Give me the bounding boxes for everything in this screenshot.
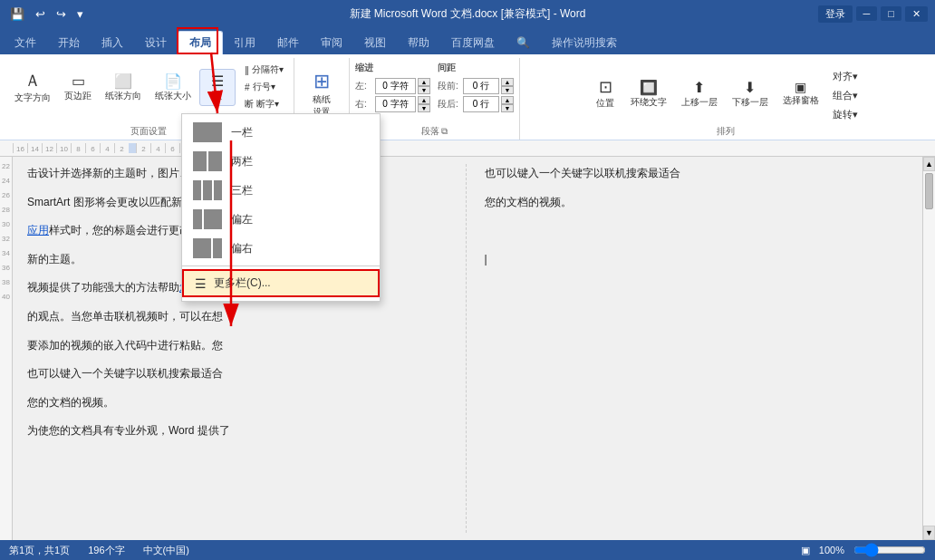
document-title: 新建 Microsoft Word 文档.docx [兼容模式] - Word — [350, 6, 586, 22]
columns-one-icon — [193, 122, 222, 142]
tab-review[interactable]: 审阅 — [310, 31, 353, 54]
title-bar: 💾 ↩ ↪ ▾ 新建 Microsoft Word 文档.docx [兼容模式]… — [0, 0, 935, 27]
tab-references[interactable]: 引用 — [223, 31, 266, 54]
selection-pane-btn[interactable]: ▣ 选择窗格 — [777, 76, 824, 111]
title-bar-left: 💾 ↩ ↪ ▾ — [7, 7, 86, 21]
right-indent-label: 右: — [355, 98, 373, 111]
right-indent-up[interactable]: ▲ — [418, 96, 430, 104]
group-btn[interactable]: 组合▾ — [828, 87, 863, 104]
send-backward-btn[interactable]: ⬇ 下移一层 — [727, 75, 774, 112]
columns-dropdown: 一栏 两栏 三栏 偏左 — [181, 113, 381, 302]
left-ruler: 22 24 26 28 30 32 34 36 38 40 — [0, 157, 13, 540]
maximize-button[interactable]: □ — [881, 6, 901, 21]
status-bar: 第1页，共1页 196个字 中文(中国) ▣ 100% — [0, 540, 935, 560]
scroll-down-btn[interactable]: ▼ — [923, 526, 935, 540]
tab-file[interactable]: 文件 — [4, 31, 47, 54]
text-direction-btn[interactable]: Ａ 文字方向 — [9, 66, 56, 108]
separator-btn[interactable]: ‖分隔符▾ — [240, 62, 288, 78]
columns-two-item[interactable]: 两栏 — [182, 147, 380, 176]
columns-one-item[interactable]: 一栏 — [182, 118, 380, 147]
tab-mailings[interactable]: 邮件 — [266, 31, 310, 54]
columns-three-label: 三栏 — [231, 183, 253, 198]
columns-right-icon — [193, 238, 222, 258]
hyphenation-btn[interactable]: 断断字▾ — [240, 96, 288, 112]
undo-qat-btn[interactable]: ↩ — [33, 7, 48, 21]
right-indent-input[interactable] — [375, 96, 416, 112]
tab-design[interactable]: 设计 — [134, 31, 178, 54]
columns-one-label: 一栏 — [231, 125, 253, 140]
left-indent-up[interactable]: ▲ — [418, 78, 430, 86]
left-indent-down[interactable]: ▼ — [418, 86, 430, 94]
tab-home[interactable]: 开始 — [47, 31, 91, 54]
save-qat-btn[interactable]: 💾 — [7, 7, 27, 21]
indent-controls: 缩进 左: ▲▼ 右: ▲▼ — [355, 62, 430, 112]
doc-area: 22 24 26 28 30 32 34 36 38 40 击设计并选择新的主题… — [0, 157, 935, 540]
tab-baidu[interactable]: 百度网盘 — [440, 31, 506, 54]
scroll-track[interactable] — [923, 171, 935, 526]
search-icon-tab[interactable]: 🔍 — [506, 31, 541, 54]
scroll-thumb[interactable] — [925, 173, 933, 209]
minimize-button[interactable]: ─ — [856, 6, 878, 21]
view-mode-btn[interactable]: ▣ — [801, 545, 810, 556]
columns-left-item[interactable]: 偏左 — [182, 205, 380, 234]
line-numbers-btn[interactable]: #行号▾ — [240, 79, 288, 95]
more-columns-item[interactable]: ☰ 更多栏(C)... — [182, 269, 380, 297]
rotate-btn[interactable]: 旋转▾ — [828, 106, 863, 123]
spacing-after-up[interactable]: ▲ — [501, 96, 514, 104]
qat-more-btn[interactable]: ▾ — [74, 7, 86, 21]
vertical-scrollbar[interactable]: ▲ ▼ — [922, 157, 935, 540]
margins-btn[interactable]: ▭ 页边距 — [59, 69, 97, 106]
page-setup-label: 页面设置 — [130, 125, 167, 140]
columns-three-item[interactable]: 三栏 — [182, 176, 380, 205]
tab-layout[interactable]: 布局 — [178, 31, 223, 54]
more-columns-label: 更多栏(C)... — [214, 275, 271, 291]
right-indent-down[interactable]: ▼ — [418, 104, 430, 112]
ribbon-tabs: 文件 开始 插入 设计 布局 引用 邮件 审阅 视图 帮助 百度网盘 🔍 操作说… — [0, 27, 935, 54]
word-count-status: 196个字 — [88, 544, 124, 557]
align-btn[interactable]: 对齐▾ — [828, 68, 863, 85]
columns-three-icon — [193, 180, 222, 200]
columns-two-icon — [193, 151, 222, 171]
columns-left-label: 偏左 — [231, 212, 253, 227]
login-button[interactable]: 登录 — [818, 5, 853, 23]
spacing-controls: 间距 段前: ▲▼ 段后: ▲▼ — [438, 62, 514, 112]
lang-status: 中文(中国) — [143, 544, 189, 557]
bring-forward-btn[interactable]: ⬆ 上移一层 — [676, 75, 723, 112]
paragraph-label: 段落 ⧉ — [421, 125, 448, 140]
spacing-before-down[interactable]: ▼ — [501, 86, 514, 94]
ruler: 16 14 12 10 8 6 4 2 2 4 6 8 10 12 14 16 … — [0, 140, 935, 157]
paper-size-btn[interactable]: 📄 纸张大小 — [149, 69, 197, 106]
columns-two-label: 两栏 — [231, 154, 253, 169]
tab-view[interactable]: 视图 — [353, 31, 397, 54]
orientation-btn[interactable]: ⬜ 纸张方向 — [100, 69, 147, 106]
spacing-after-input[interactable] — [463, 96, 499, 112]
redo-qat-btn[interactable]: ↪ — [53, 7, 69, 21]
tab-insert[interactable]: 插入 — [91, 31, 134, 54]
left-indent-label: 左: — [355, 80, 373, 92]
tab-help[interactable]: 帮助 — [397, 31, 440, 54]
columns-right-item[interactable]: 偏右 — [182, 234, 380, 263]
arrange-label: 排列 — [717, 125, 735, 140]
columns-right-label: 偏右 — [231, 241, 253, 256]
page-status: 第1页，共1页 — [9, 544, 70, 557]
ribbon: Ａ 文字方向 ▭ 页边距 ⬜ 纸张方向 📄 纸张大小 ☰ 栏 — [0, 54, 935, 140]
zoom-level: 100% — [819, 545, 844, 555]
zoom-slider[interactable] — [853, 545, 926, 555]
scroll-up-btn[interactable]: ▲ — [923, 157, 935, 171]
wrap-text-btn[interactable]: 🔲 环绕文字 — [625, 75, 672, 112]
status-right: ▣ 100% — [801, 545, 926, 556]
tab-search-box[interactable]: 操作说明搜索 — [541, 31, 628, 54]
spacing-before-input[interactable] — [463, 78, 499, 94]
ribbon-group-arrange: ⊡ 位置 🔲 环绕文字 ⬆ 上移一层 ⬇ 下移一层 ▣ 选择窗格 — [520, 58, 931, 140]
position-btn[interactable]: ⊡ 位置 — [590, 73, 622, 113]
left-indent-input[interactable] — [375, 78, 416, 94]
doc-column-2: 也可以键入一个关键字以联机搜索最适合 您的文档的视频。 | — [485, 164, 909, 533]
spacing-after-down[interactable]: ▼ — [501, 104, 514, 112]
columns-btn[interactable]: ☰ 栏 — [199, 69, 236, 106]
columns-left-icon — [193, 209, 222, 229]
close-button[interactable]: ✕ — [905, 6, 928, 22]
title-bar-right: 登录 ─ □ ✕ — [818, 5, 928, 23]
spacing-before-up[interactable]: ▲ — [501, 78, 514, 86]
